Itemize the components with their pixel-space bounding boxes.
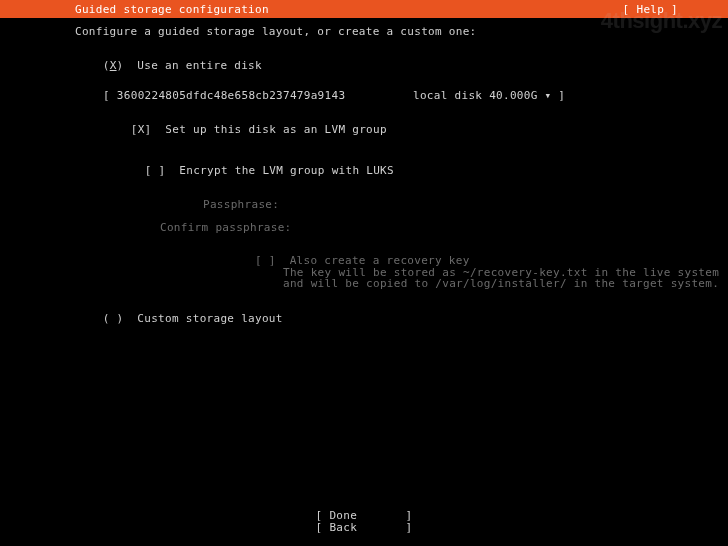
disk-id: [ 3600224805dfdc48e658cb237479a9143 [103, 90, 413, 101]
radio-entire-disk[interactable]: (X) Use an entire disk [75, 49, 728, 82]
page-title: Guided storage configuration [75, 3, 718, 16]
recovery-key-block: [ ] Also create a recovery key The key w… [75, 255, 728, 290]
recovery-help-2: and will be copied to /var/log/installer… [255, 278, 728, 290]
footer-buttons: [ Done ] [ Back ] [0, 510, 728, 534]
passphrase-label: Passphrase: [203, 198, 279, 211]
confirm-passphrase-field: Confirm passphrase: [75, 222, 728, 233]
radio-mark: ( ) [103, 312, 124, 325]
checkbox-encrypt[interactable]: [ ] Encrypt the LVM group with LUKS [75, 154, 728, 187]
header-bar: Guided storage configuration [ Help ] [0, 0, 728, 18]
checkbox-mark: [X] [131, 123, 152, 136]
radio-mark: (X) [103, 59, 138, 72]
back-button[interactable]: [ Back ] [0, 522, 728, 534]
disk-selector[interactable]: [ 3600224805dfdc48e658cb237479a9143 loca… [75, 90, 728, 101]
content-area: Configure a guided storage layout, or cr… [0, 18, 728, 335]
radio-custom-layout[interactable]: ( ) Custom storage layout [75, 302, 728, 335]
checkbox-label: Set up this disk as an LVM group [165, 123, 387, 136]
disk-description: local disk 40.000G ▾ ] [413, 90, 565, 101]
checkbox-mark: [ ] [145, 164, 166, 177]
confirm-passphrase-label: Confirm passphrase: [160, 221, 292, 234]
help-button[interactable]: [ Help ] [623, 3, 678, 16]
radio-label: Use an entire disk [137, 59, 262, 72]
checkbox-mark: [ ] [255, 254, 276, 267]
intro-text: Configure a guided storage layout, or cr… [75, 26, 728, 37]
checkbox-lvm[interactable]: [X] Set up this disk as an LVM group [75, 113, 728, 146]
checkbox-label: Encrypt the LVM group with LUKS [179, 164, 394, 177]
radio-label: Custom storage layout [137, 312, 282, 325]
passphrase-field: Passphrase: [75, 199, 728, 210]
